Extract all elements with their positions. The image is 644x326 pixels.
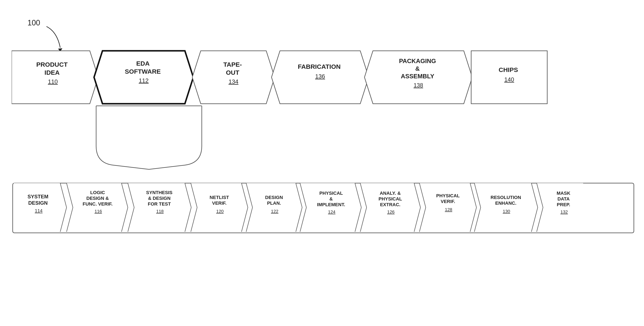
diagram-container: 100 PRODUCT IDEA 110 EDA SOFTWARE 112 [0, 0, 644, 326]
bottom-row-shapes: SYSTEM DESIGN 114 LOGIC DESIGN & FUNC. V… [12, 182, 639, 235]
shape-resolution-enhanc: RESOLUTION ENHANC. 130 [474, 183, 538, 232]
shape-analy-extrac: ANALY. & PHYSICAL EXTRAC. 126 [360, 183, 420, 232]
shape-physical-verif: PHYSICAL VERIF. 128 [420, 183, 476, 232]
shape-netlist-verif: NETLIST VERIF. 120 [191, 183, 248, 232]
svg-marker-32 [191, 183, 248, 232]
shape-tape-out: TAPE- OUT 134 [192, 51, 275, 104]
shape-chips: CHIPS 140 [471, 51, 547, 104]
shape-physical-implement: PHYSICAL & IMPLEMENT. 124 [300, 183, 361, 232]
svg-marker-38 [246, 183, 302, 232]
shape-system-design: SYSTEM DESIGN 114 [14, 183, 66, 232]
shape-eda-software: EDA SOFTWARE 112 [94, 51, 193, 104]
ref-100-label: 100 [28, 19, 40, 27]
svg-marker-5 [192, 51, 275, 104]
shape-product-idea: PRODUCT IDEA 110 [12, 51, 98, 104]
top-row-shapes: PRODUCT IDEA 110 EDA SOFTWARE 112 TAPE- … [12, 49, 641, 106]
svg-marker-62 [474, 183, 538, 232]
svg-marker-14 [14, 183, 66, 232]
shape-design-plan: DESIGN PLAN. 122 [246, 183, 302, 232]
shape-mask-data-prep: MASK DATA PREP. 132 [537, 183, 583, 232]
shape-synthesis: SYNTHESIS & DESIGN FOR TEST 118 [128, 183, 191, 232]
shape-packaging-assembly: PACKAGING & ASSEMBLY 138 [364, 51, 472, 104]
shape-logic-design: LOGIC DESIGN & FUNC. VERIF. 116 [66, 183, 128, 232]
brace-connector [92, 104, 206, 176]
svg-marker-1 [12, 51, 98, 104]
shape-fabrication: FABRICATION 136 [272, 51, 369, 104]
